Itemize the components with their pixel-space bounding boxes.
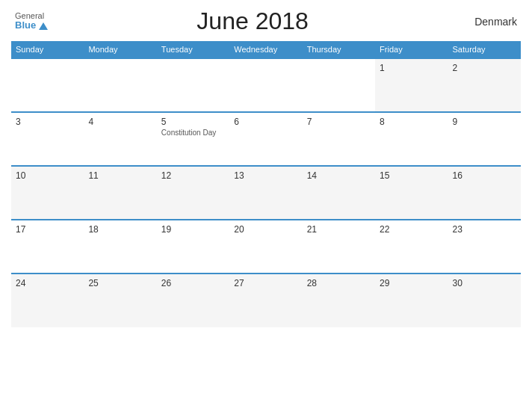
day-number: 21 [307, 224, 371, 235]
weekday-header-row: Sunday Monday Tuesday Wednesday Thursday… [11, 41, 521, 58]
calendar-cell: 22 [375, 220, 448, 274]
calendar-week-row: 10111213141516 [11, 166, 521, 220]
calendar-cell: 8 [375, 112, 448, 166]
day-number: 1 [380, 63, 443, 73]
header-monday: Monday [84, 41, 156, 58]
event-label: Constitution Day [161, 129, 225, 137]
country-name: Denmark [457, 16, 517, 28]
day-number: 26 [161, 278, 225, 288]
calendar-page: General Blue June 2018 Denmark Sunday Mo… [0, 0, 532, 411]
calendar-cell [157, 58, 229, 112]
calendar-week-row: 12 [11, 58, 521, 112]
calendar-header: General Blue June 2018 Denmark [11, 7, 521, 35]
day-number: 20 [234, 224, 297, 235]
calendar-cell: 20 [229, 220, 302, 274]
calendar-cell: 29 [375, 274, 448, 327]
calendar-cell: 30 [448, 274, 521, 327]
day-number: 30 [453, 278, 516, 288]
calendar-cell: 3 [11, 112, 84, 166]
calendar-cell: 17 [11, 220, 84, 274]
calendar-cell: 18 [84, 220, 156, 274]
calendar-cell: 15 [375, 166, 448, 220]
day-number: 15 [380, 170, 443, 181]
day-number: 8 [380, 117, 443, 127]
calendar-cell: 4 [84, 112, 156, 166]
calendar-grid: Sunday Monday Tuesday Wednesday Thursday… [11, 41, 521, 327]
calendar-week-row: 345Constitution Day6789 [11, 112, 521, 166]
calendar-title: June 2018 [48, 7, 457, 35]
day-number: 24 [16, 278, 79, 288]
calendar-cell: 10 [11, 166, 84, 220]
calendar-cell: 14 [303, 166, 375, 220]
calendar-cell [11, 58, 84, 112]
header-wednesday: Wednesday [229, 41, 302, 58]
calendar-cell: 1 [375, 58, 448, 112]
day-number: 3 [16, 117, 79, 127]
day-number: 19 [161, 224, 225, 235]
logo: General Blue [15, 11, 48, 31]
header-thursday: Thursday [303, 41, 375, 58]
calendar-header-row: Sunday Monday Tuesday Wednesday Thursday… [11, 41, 521, 58]
calendar-cell: 5Constitution Day [157, 112, 229, 166]
calendar-cell: 21 [303, 220, 375, 274]
logo-blue-text: Blue [15, 20, 48, 31]
day-number: 2 [453, 63, 516, 73]
calendar-week-row: 24252627282930 [11, 274, 521, 327]
calendar-cell: 13 [229, 166, 302, 220]
day-number: 11 [88, 170, 152, 181]
calendar-cell: 11 [84, 166, 156, 220]
calendar-cell: 26 [157, 274, 229, 327]
calendar-cell: 27 [229, 274, 302, 327]
day-number: 4 [88, 117, 152, 127]
day-number: 5 [161, 117, 225, 127]
calendar-cell: 6 [229, 112, 302, 166]
day-number: 7 [307, 117, 371, 127]
day-number: 27 [234, 278, 297, 288]
calendar-cell: 19 [157, 220, 229, 274]
calendar-cell: 23 [448, 220, 521, 274]
calendar-cell: 7 [303, 112, 375, 166]
day-number: 13 [234, 170, 297, 181]
calendar-cell [303, 58, 375, 112]
calendar-cell [84, 58, 156, 112]
day-number: 9 [453, 117, 516, 127]
calendar-cell: 2 [448, 58, 521, 112]
day-number: 18 [88, 224, 152, 235]
header-sunday: Sunday [11, 41, 84, 58]
day-number: 25 [88, 278, 152, 288]
day-number: 12 [161, 170, 225, 181]
header-saturday: Saturday [448, 41, 521, 58]
day-number: 17 [16, 224, 79, 235]
day-number: 6 [234, 117, 297, 127]
calendar-cell: 24 [11, 274, 84, 327]
calendar-cell: 28 [303, 274, 375, 327]
calendar-cell: 25 [84, 274, 156, 327]
header-friday: Friday [375, 41, 448, 58]
calendar-week-row: 17181920212223 [11, 220, 521, 274]
day-number: 29 [380, 278, 443, 288]
day-number: 10 [16, 170, 79, 181]
day-number: 28 [307, 278, 371, 288]
calendar-cell: 12 [157, 166, 229, 220]
calendar-body: 12345Constitution Day6789101112131415161… [11, 58, 521, 327]
day-number: 16 [453, 170, 516, 181]
logo-triangle-icon [39, 22, 48, 30]
day-number: 22 [380, 224, 443, 235]
calendar-cell [229, 58, 302, 112]
day-number: 23 [453, 224, 516, 235]
header-tuesday: Tuesday [157, 41, 229, 58]
calendar-cell: 9 [448, 112, 521, 166]
day-number: 14 [307, 170, 371, 181]
calendar-cell: 16 [448, 166, 521, 220]
